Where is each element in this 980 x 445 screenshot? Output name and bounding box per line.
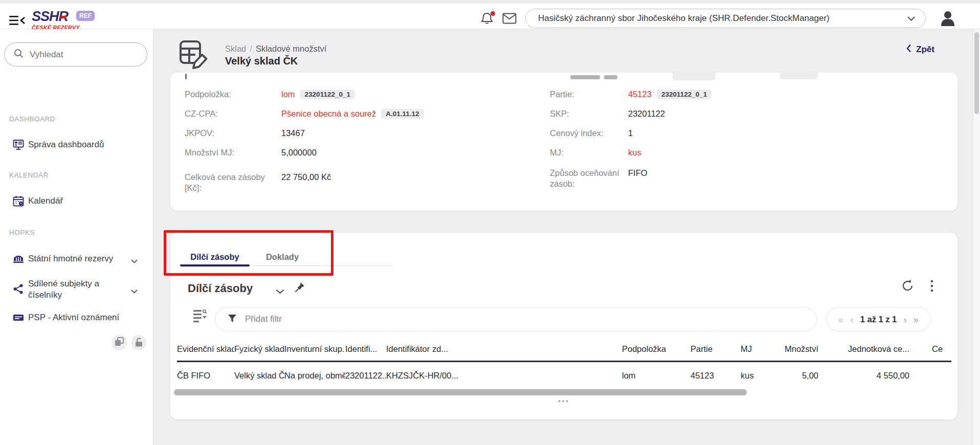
app-logo[interactable]: SSHR ČESKÉ REZERVY [32,10,80,31]
expand-more-dots[interactable]: ••• [170,397,957,405]
refresh-icon[interactable] [901,279,915,295]
detail-row-celkova-cena: Celková cena zásoby [Kč]: 22 750,00 Kč [185,172,331,193]
detail-row-podpolozka: Podpoložka: lom23201122_0_1 [185,89,355,100]
czcpa-link[interactable]: Pšenice obecná a sourež [281,108,376,119]
unread-notifications-dot [491,11,495,16]
sidebar-item-sprava-dashboardu[interactable]: Správa dashboardů [0,139,153,152]
horizontal-scrollbar[interactable] [174,389,747,395]
cell-mnozstvi: 5,00 [769,362,818,389]
pagination-next-button[interactable]: › [903,315,906,324]
podpolozka-link[interactable]: lom [281,89,295,100]
page-title: Velký sklad ČK [225,55,298,67]
field-label: MJ: [550,147,628,158]
col-evidencni-sklad[interactable]: Evidenční sklad [177,344,234,362]
sidebar-item-sdilene-subjekty[interactable]: Sdílené subjekty a číselníky [0,278,153,303]
user-avatar-icon[interactable] [939,10,956,27]
sidebar-item-label: PSP - Aktivní oznámení [28,312,125,323]
detail-row-jkpov: JKPOV: 13467 [185,128,305,139]
pagination-first-button[interactable]: « [838,315,844,324]
chevron-down-icon [131,256,138,265]
pin-icon[interactable] [294,282,305,295]
pagination-prev-button[interactable]: ‹ [850,315,853,324]
top-strip [0,0,980,4]
field-label: Způsob oceňování zásob: [550,168,628,189]
table-header-row: Evidenční sklad Fyzický sklad Inventurní… [177,344,951,362]
sidebar-toggle-icon[interactable] [9,14,26,27]
sidebar-item-psp-aktivni-oznameni[interactable]: PSP - Aktivní oznámení [0,312,153,325]
vertical-scrollbar-track[interactable] [973,29,980,445]
breadcrumb: Sklad/Skladové množství [225,44,326,54]
col-mnozstvi[interactable]: Množství [769,344,818,362]
sidebar-item-label: Kalendář [28,195,125,207]
mj-link[interactable]: kus [628,147,641,158]
col-identifikator[interactable]: Identifi... [345,344,386,362]
sidebar-search[interactable] [4,42,147,66]
sidebar-item-label: Státní hmotné rezervy [28,253,125,264]
notifications-bell-icon[interactable] [480,11,496,27]
cell-podpolozka: lom [622,362,691,389]
unlock-icon [133,337,144,349]
field-label: JKPOV: [185,128,281,139]
cell-partie: 45123 [691,362,741,389]
panel-collapse-chevron-icon[interactable] [276,287,284,296]
sidebar-item-label: Správa dashboardů [28,139,125,150]
detail-row-cenovy-index: Cenový index: 1 [550,128,633,139]
stock-record-icon [178,39,210,72]
copy-button[interactable] [112,335,127,350]
pagination-last-button[interactable]: » [914,315,919,324]
zpusob-ocenovani-value: FIFO [628,168,648,179]
cell-fyzicky-sklad: Velký sklad ČK [234,362,284,389]
tab-doklady[interactable]: Doklady [257,247,308,266]
table-row[interactable]: ČB FIFO Velký sklad ČK Na prodej, obmě..… [177,362,951,389]
unlock-button[interactable] [131,335,146,350]
search-icon [14,49,24,60]
back-button[interactable]: Zpět [906,44,934,55]
detail-row-skp: SKP: 23201122 [550,108,665,119]
clipped-row-fragment [604,75,617,79]
clipped-row-fragment [185,74,187,79]
section-title-kalendar: KALENDÁŘ [9,171,49,179]
mnozstvi-mj-value: 5,000000 [281,147,317,158]
sidebar-item-kalendar[interactable]: Kalendář [0,195,153,209]
column-settings-icon[interactable] [193,309,208,325]
calendar-icon [13,195,24,209]
filter-bar[interactable] [215,307,817,331]
field-label: Celková cena zásoby [Kč]: [185,172,281,193]
cell-identifikator-zdroje: KHZSJČK-HR/00... [386,362,622,389]
col-podpolozka[interactable]: Podpoložka [622,344,691,362]
chevron-down-icon [907,14,915,23]
col-inventurni-skupina[interactable]: Inventurní skup... [284,344,345,362]
messages-envelope-icon[interactable] [502,13,517,24]
partie-link[interactable]: 45123 [628,89,652,100]
chevron-left-icon [906,44,911,55]
funnel-icon [228,314,237,325]
cell-ce [909,362,951,389]
top-bar: SSHR ČESKÉ REZERVY REF Hasičský záchrann… [0,4,980,29]
active-tab-underline [180,264,250,266]
cell-identifikator: 23201122... [345,362,386,389]
vertical-scrollbar-thumb[interactable] [974,32,979,114]
breadcrumb-sklad[interactable]: Sklad [225,44,246,53]
bank-icon [13,253,24,265]
kebab-menu-icon[interactable] [930,280,933,294]
col-mj[interactable]: MJ [741,344,769,362]
filter-input[interactable] [245,314,705,324]
pagination-label: 1 až 1 z 1 [860,315,897,324]
dilci-zasoby-table: Evidenční sklad Fyzický sklad Inventurní… [177,344,951,389]
search-input[interactable] [30,50,132,60]
sidebar-item-statni-hmotne-rezervy[interactable]: Státní hmotné rezervy [0,253,153,266]
breadcrumb-skladove-mnozstvi[interactable]: Skladové množství [256,44,326,53]
col-fyzicky-sklad[interactable]: Fyzický sklad [234,344,284,362]
col-partie[interactable]: Partie [691,344,741,362]
czcpa-chip: A.01.11.12 [381,109,424,119]
tab-label: Doklady [266,252,299,262]
col-ce[interactable]: Ce [909,344,951,362]
field-label: Množství MJ: [185,147,281,158]
copy-icon [114,337,124,349]
podpolozka-chip: 23201122_0_1 [300,90,355,99]
tenant-selector[interactable]: Hasičský záchranný sbor Jihočeského kraj… [525,9,926,28]
col-identifikator-zdroje[interactable]: Identifikátor zd... [386,344,622,362]
col-jednotkova-cena[interactable]: Jednotková ce... [818,344,909,362]
tab-dilci-zasoby[interactable]: Dílčí zásoby [180,247,250,266]
banner-icon [13,313,24,324]
